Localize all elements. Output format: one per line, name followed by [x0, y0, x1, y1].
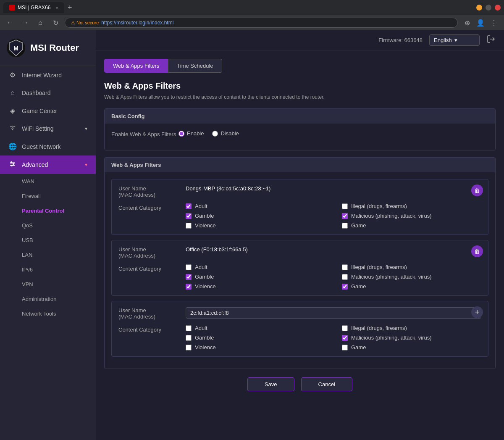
illegal-3-checkbox[interactable] [342, 325, 348, 331]
checkbox-gamble-2[interactable]: Gamble [186, 274, 325, 280]
sidebar-subitem-parental-control[interactable]: Parental Control [0, 203, 96, 218]
sidebar-subitem-ipv6[interactable]: IPv6 [0, 262, 96, 277]
forward-button[interactable]: → [19, 17, 31, 29]
illegal-2-checkbox[interactable] [342, 264, 348, 270]
sidebar-item-dashboard[interactable]: ⌂ Dashboard [0, 84, 96, 102]
sidebar-subitem-administration[interactable]: Administration [0, 292, 96, 306]
advanced-icon [8, 161, 17, 169]
delete-button-2[interactable]: 🗑 [471, 245, 483, 257]
svg-point-5 [10, 161, 12, 163]
game-2-checkbox[interactable] [342, 284, 348, 290]
adult-1-checkbox[interactable] [186, 203, 192, 209]
sidebar-subitem-vpn[interactable]: VPN [0, 277, 96, 292]
refresh-button[interactable]: ↻ [50, 17, 61, 29]
enable-radio[interactable] [178, 131, 184, 137]
back-button[interactable]: ← [4, 17, 16, 29]
checkbox-malicious-3[interactable]: Malicious (phishing, attack, virus) [342, 335, 481, 341]
tab-web-apps-filters[interactable]: Web & Apps Filters [104, 59, 168, 73]
checkbox-gamble-3[interactable]: Gamble [186, 335, 325, 341]
violence-1-checkbox[interactable] [186, 223, 192, 229]
checkbox-illegal-1[interactable]: Illegal (drugs, firearms) [342, 203, 481, 209]
gamble-1-checkbox[interactable] [186, 213, 192, 219]
new-tab-button[interactable]: + [66, 3, 74, 12]
adult-2-checkbox[interactable] [186, 264, 192, 270]
gamble-3-checkbox[interactable] [186, 335, 192, 341]
sidebar-item-label: Guest Network [22, 143, 61, 150]
cancel-button[interactable]: Cancel [301, 377, 352, 391]
game-1-checkbox[interactable] [342, 223, 348, 229]
checkbox-violence-1[interactable]: Violence [186, 222, 325, 229]
browser-tab-active[interactable]: MSI | GRAX66 × [3, 2, 64, 13]
sidebar-subitem-wan[interactable]: WAN [0, 174, 96, 189]
sidebar-item-internet-wizard[interactable]: ⚙ Internet Wizard [0, 66, 96, 84]
checkbox-violence-3[interactable]: Violence [186, 344, 325, 350]
sidebar-subitem-firewall[interactable]: Firewall [0, 189, 96, 203]
checkbox-violence-2[interactable]: Violence [186, 283, 325, 290]
checkbox-malicious-1[interactable]: Malicious (phishing, attack, virus) [342, 213, 481, 219]
game-1-label: Game [351, 222, 366, 229]
checkbox-malicious-2[interactable]: Malicious (phishing, attack, virus) [342, 274, 481, 280]
home-button[interactable]: ⌂ [34, 17, 46, 29]
minimize-button[interactable] [476, 5, 482, 11]
tab-close-button[interactable]: × [55, 5, 58, 10]
violence-3-checkbox[interactable] [186, 345, 192, 350]
checkbox-adult-2[interactable]: Adult [186, 264, 325, 270]
malicious-3-checkbox[interactable] [342, 335, 348, 341]
sidebar-item-label: Game Center [22, 108, 57, 114]
checkbox-illegal-3[interactable]: Illegal (drugs, firearms) [342, 325, 481, 331]
sidebar-subitem-lan[interactable]: LAN [0, 248, 96, 262]
filters-section-body: User Name(MAC Address) Dongs-MBP (3c:cd:… [105, 172, 495, 369]
delete-button-1[interactable]: 🗑 [471, 184, 483, 196]
sidebar-logo: M MSI Router [0, 30, 96, 66]
adult-1-label: Adult [195, 203, 207, 209]
gamble-2-checkbox[interactable] [186, 274, 192, 280]
save-button[interactable]: Save [247, 377, 294, 391]
profile-button[interactable]: 👤 [475, 17, 486, 29]
mac-address-value: 2c:fd:a1:cd:cf:f8 [190, 310, 229, 316]
disable-radio[interactable] [212, 131, 218, 137]
disable-radio-option[interactable]: Disable [212, 130, 239, 137]
sidebar-subitem-qos[interactable]: QoS [0, 218, 96, 233]
illegal-1-checkbox[interactable] [342, 203, 348, 209]
sidebar-item-wifi-setting[interactable]: WiFi Setting ▾ [0, 120, 96, 137]
enable-radio-option[interactable]: Enable [178, 130, 204, 137]
checkbox-game-3[interactable]: Game [342, 344, 481, 350]
sidebar-item-advanced[interactable]: Advanced ▾ [0, 155, 96, 174]
logout-button[interactable] [486, 34, 496, 46]
tab-time-schedule[interactable]: Time Schedule [168, 59, 222, 73]
checkbox-adult-1[interactable]: Adult [186, 203, 325, 209]
sidebar-subitem-usb[interactable]: USB [0, 233, 96, 248]
mac-address-select[interactable]: 2c:fd:a1:cd:cf:f8 ▾ [186, 307, 481, 319]
content-category-label-1: Content Category [118, 203, 186, 211]
filter-content-row-2: Content Category Adult Illega [118, 264, 481, 290]
game-center-icon: ◈ [8, 107, 17, 115]
adult-3-checkbox[interactable] [186, 325, 192, 331]
filter-entry-1-header: User Name(MAC Address) Dongs-MBP (3c:cd:… [118, 185, 481, 198]
add-entry-button[interactable]: + [471, 306, 483, 318]
maximize-button[interactable] [486, 5, 491, 11]
extensions-button[interactable]: ⊕ [461, 17, 473, 29]
browser-chrome: MSI | GRAX66 × + ← → ⌂ ↻ ⚠ Not secure ht… [0, 0, 504, 30]
address-bar[interactable]: ⚠ Not secure https://msirouter.login/ind… [65, 18, 458, 28]
close-button[interactable] [495, 5, 501, 11]
svg-point-7 [11, 165, 13, 166]
sidebar-item-guest-network[interactable]: 🌐 Guest Network [0, 137, 96, 155]
checkbox-game-2[interactable]: Game [342, 283, 481, 290]
checkbox-game-1[interactable]: Game [342, 222, 481, 229]
game-3-checkbox[interactable] [342, 345, 348, 350]
sidebar-subitem-network-tools[interactable]: Network Tools [0, 306, 96, 321]
malicious-1-checkbox[interactable] [342, 213, 348, 219]
menu-button[interactable]: ⋮ [488, 17, 500, 29]
sidebar-item-label: Internet Wizard [22, 72, 62, 79]
checkbox-adult-3[interactable]: Adult [186, 325, 325, 331]
nav-icons: ⊕ 👤 ⋮ [461, 17, 500, 29]
checkbox-illegal-2[interactable]: Illegal (drugs, firearms) [342, 264, 481, 270]
sidebar-item-game-center[interactable]: ◈ Game Center [0, 102, 96, 120]
language-select[interactable]: English ▾ [429, 34, 480, 46]
category-grid-1: Adult Illegal (drugs, firearms) Gamble [186, 203, 481, 229]
violence-2-checkbox[interactable] [186, 284, 192, 290]
checkbox-gamble-1[interactable]: Gamble [186, 213, 325, 219]
violence-1-label: Violence [195, 222, 216, 229]
username-value-3: 2c:fd:a1:cd:cf:f8 ▾ [186, 307, 481, 319]
malicious-2-checkbox[interactable] [342, 274, 348, 280]
